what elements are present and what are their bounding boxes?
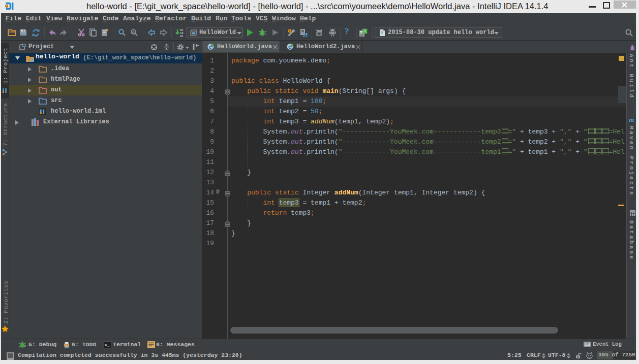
svg-text:?: ? xyxy=(381,31,383,36)
svg-text:01: 01 xyxy=(180,35,183,38)
svg-text:>_: >_ xyxy=(105,343,110,347)
svg-text:A: A xyxy=(132,30,135,35)
